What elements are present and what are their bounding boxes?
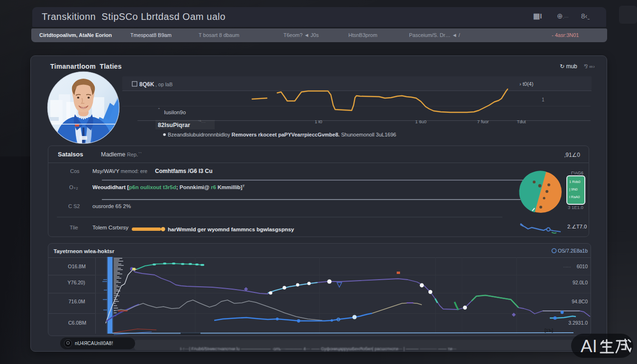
svg-text:1 Rds0: 1 Rds0 bbox=[569, 180, 581, 184]
svg-text:O16.8M: O16.8M bbox=[68, 264, 85, 269]
svg-text:94.8C0: 94.8C0 bbox=[572, 299, 588, 304]
svg-text:Comhtfams /G6 I3 Cu: Comhtfams /G6 I3 Cu bbox=[155, 168, 212, 174]
svg-text:AI: AI bbox=[581, 337, 597, 356]
svg-text:Madleme Rep․ˋˋ: Madleme Rep․ˋˋ bbox=[101, 151, 142, 158]
svg-text:Tolem Csrtxrsy: Tolem Csrtxrsy bbox=[92, 225, 128, 230]
svg-text:C6.0BM: C6.0BM bbox=[68, 320, 86, 326]
svg-text:92.0L0: 92.0L0 bbox=[573, 280, 588, 285]
svg-text:i RaA0: i RaA0 bbox=[569, 195, 580, 199]
svg-text:Weoudidhart [p6n oulixout t3r5: Weoudidhart [p6n oulixout t3r5d; Ponnkim… bbox=[92, 184, 245, 190]
svg-text:1 6u0: 1 6u0 bbox=[415, 119, 427, 124]
svg-text:Г¹AG6: Г¹AG6 bbox=[571, 171, 583, 175]
svg-text:‚91∠0: ‚91∠0 bbox=[564, 152, 581, 158]
svg-text:| 9N0: | 9N0 bbox=[569, 187, 578, 191]
svg-text:Msy/WAVY memod: ere: Msy/WAVY memod: ere bbox=[92, 168, 147, 174]
svg-text:7 fuor: 7 fuor bbox=[477, 119, 489, 124]
svg-text:8Q6K: 8Q6K bbox=[139, 81, 155, 88]
svg-text:82IsuPiqrar: 82IsuPiqrar bbox=[158, 122, 190, 128]
svg-text:⌃: ⌃ bbox=[157, 108, 161, 112]
svg-text:harWmmld ger wyomnd fammncs bg: harWmmld ger wyomnd fammncs bgwlasgspnsy bbox=[168, 227, 294, 232]
svg-text:⋯⋯: ⋯⋯ bbox=[563, 265, 571, 269]
svg-text:[1Ъ]: [1Ъ] bbox=[545, 328, 553, 333]
svg-text:ousrorde 65 2%: ousrorde 65 2% bbox=[92, 203, 131, 209]
svg-text:C S2: C S2 bbox=[68, 203, 80, 209]
svg-text:3.2931.0: 3.2931.0 bbox=[568, 320, 588, 326]
svg-text:6010: 6010 bbox=[577, 264, 588, 269]
svg-text:Tlie: Tlie bbox=[70, 225, 78, 230]
svg-text:Satalsos: Satalsos bbox=[58, 151, 83, 158]
svg-text:716.0M: 716.0M bbox=[68, 299, 85, 304]
svg-text:Iusilon9o: Iusilon9o bbox=[164, 109, 186, 115]
svg-text:OS/7.2E8a1b: OS/7.2E8a1b bbox=[558, 248, 588, 254]
svg-text:3 1E1.0: 3 1E1.0 bbox=[568, 205, 583, 210]
svg-text:1: 1 bbox=[542, 97, 545, 102]
svg-text:Вzeandlslubuidronnnbidloy Remo: Вzeandlslubuidronnnbidloy Removers rkoce… bbox=[168, 132, 396, 137]
svg-text:Cos: Cos bbox=[70, 168, 80, 174]
svg-text:Tdut: Tdut bbox=[517, 119, 526, 124]
svg-text:Y76.20): Y76.20) bbox=[68, 280, 85, 285]
svg-text:2.∠T7.0: 2.∠T7.0 bbox=[567, 224, 587, 229]
svg-text:1 I0: 1 I0 bbox=[315, 119, 322, 124]
svg-text:O₊₂: O₊₂ bbox=[69, 184, 78, 190]
svg-text:Tayetrneon wlea-hoktsr: Tayetrneon wlea-hoktsr bbox=[54, 248, 115, 254]
svg-text:› t0(4): › t0(4) bbox=[519, 81, 533, 87]
svg-text:, op IaB: , op IaB bbox=[155, 82, 173, 87]
